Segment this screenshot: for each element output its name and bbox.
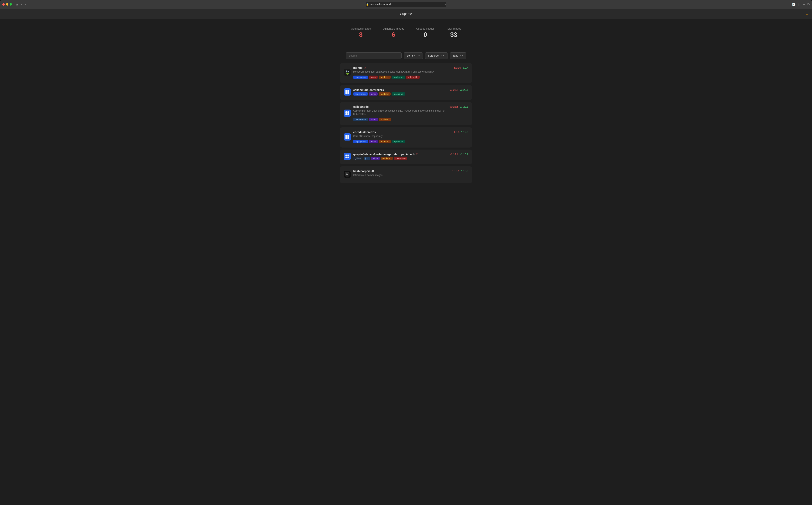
card-header: calico/kube-controllers deploymentminoro… (344, 89, 468, 96)
tag-minor[interactable]: minor (369, 93, 378, 96)
vulnerability-icon: 🛡 (416, 153, 419, 156)
tags-label: Tags (453, 54, 458, 57)
browser-controls: ⊟ ‹ › (15, 2, 27, 6)
svg-rect-1 (347, 90, 349, 92)
card-header: calico/node Calico's per-host DaemonSet … (344, 105, 468, 121)
tag-outdated[interactable]: outdated (379, 118, 391, 121)
tags-row: deploymentminoroutdatedreplica set (353, 140, 451, 143)
image-icon (344, 110, 351, 117)
svg-rect-10 (345, 137, 347, 139)
list-item[interactable]: 🍃 mongo ⚠ MongoDB document databases pro… (340, 63, 472, 83)
sort-order-chevron-icon: ▲▼ (441, 54, 445, 57)
app-toolbar: Cupdate ⌁ (0, 9, 812, 19)
svg-rect-12 (345, 155, 347, 156)
svg-rect-14 (345, 157, 347, 158)
close-button[interactable] (2, 3, 5, 6)
reload-icon[interactable]: ↻ (444, 3, 446, 6)
sidebar-toggle-button[interactable]: ⊟ (15, 2, 19, 6)
stat-vulnerable-value: 6 (383, 31, 404, 38)
stat-outdated-images: Outdated images 8 (351, 27, 371, 38)
version-new: v1.16.2 (460, 153, 468, 156)
version-new: v3.29.1 (460, 105, 468, 108)
traffic-lights (2, 3, 12, 6)
tag-deployment[interactable]: deployment (353, 140, 368, 143)
image-icon (344, 153, 351, 160)
tag-minor[interactable]: minor (371, 157, 380, 160)
browser-right-buttons: 🕐 ⬆ ＋ ⧉ (792, 2, 810, 7)
fullscreen-button[interactable] (10, 3, 12, 6)
stat-queued-images: Queued images 0 (416, 27, 435, 38)
url-text: cupdate.home.local (370, 3, 391, 6)
sort-by-dropdown[interactable]: Sort by ▲▼ (403, 52, 423, 59)
tag-replica-set[interactable]: replica set (392, 75, 405, 79)
address-bar[interactable]: 🔒 cupdate.home.local ↻ (366, 2, 446, 7)
version-badge: v3.23.5 v3.29.1 (450, 105, 468, 108)
svg-rect-7 (347, 113, 349, 115)
images-list: 🍃 mongo ⚠ MongoDB document databases pro… (336, 63, 476, 183)
forward-button[interactable]: › (24, 2, 27, 6)
tags-row: daemon setminoroutdated (353, 118, 447, 121)
tag-outdated[interactable]: outdated (381, 157, 392, 160)
list-item[interactable]: H hashicorp/vault Official vault docker … (340, 166, 472, 183)
back-button[interactable]: ‹ (20, 2, 23, 6)
svg-rect-0 (345, 90, 347, 92)
tag-job[interactable]: job (364, 157, 370, 160)
history-icon[interactable]: 🕐 (792, 3, 796, 6)
rss-icon[interactable]: ⌁ (806, 12, 808, 16)
svg-rect-3 (347, 92, 349, 94)
stat-vulnerable-images: Vulnerable images 6 (383, 27, 404, 38)
version-old: 1.18.1 (452, 170, 460, 173)
tag-outdated[interactable]: outdated (379, 140, 390, 143)
search-input[interactable] (346, 52, 401, 59)
image-name: mongo (353, 66, 363, 69)
card-header: H hashicorp/vault Official vault docker … (344, 170, 468, 179)
tag-outdated[interactable]: outdated (379, 75, 390, 79)
card-info: calico/node Calico's per-host DaemonSet … (353, 105, 447, 121)
new-tab-icon[interactable]: ＋ (802, 2, 805, 7)
list-item[interactable]: coredns/coredns CoreDNS docker repositor… (340, 127, 472, 148)
tag-minor[interactable]: minor (369, 118, 378, 121)
tag-github[interactable]: github (353, 157, 362, 160)
tags-chevron-icon: ▲▼ (459, 54, 463, 57)
version-badge: 1.9.3 1.12.0 (454, 131, 468, 134)
tags-dropdown[interactable]: Tags ▲▼ (450, 52, 466, 59)
tag-vulnerable[interactable]: vulnerable (394, 157, 407, 160)
version-old: 1.9.3 (454, 131, 460, 134)
image-description: Calico's per-host DaemonSet container im… (353, 109, 447, 116)
list-item[interactable]: calico/node Calico's per-host DaemonSet … (340, 102, 472, 126)
separator (316, 48, 496, 48)
card-info: calico/kube-controllers deploymentminoro… (353, 89, 447, 96)
version-new: 1.18.3 (461, 170, 468, 173)
card-name-row: coredns/coredns (353, 131, 451, 134)
version-badge: v3.23.6 v3.29.1 (450, 89, 468, 92)
tag-minor[interactable]: minor (369, 140, 378, 143)
tag-major[interactable]: major (369, 75, 378, 79)
card-header: quay.io/jetstack/cert-manager-startupapi… (344, 153, 468, 160)
list-item[interactable]: quay.io/jetstack/cert-manager-startupapi… (340, 150, 472, 164)
card-name-row: calico/kube-controllers (353, 89, 447, 92)
tag-outdated[interactable]: outdated (379, 93, 390, 96)
main-content: Outdated images 8 Vulnerable images 6 Qu… (0, 19, 812, 505)
tag-deployment[interactable]: deployment (353, 75, 368, 79)
share-icon[interactable]: ⬆ (798, 3, 800, 6)
tags-row: deploymentmajoroutdatedreplica setvulner… (353, 75, 451, 79)
tag-daemon-set[interactable]: daemon set (353, 118, 368, 121)
card-name-row: mongo ⚠ (353, 66, 451, 69)
version-new: 8.0.4 (463, 66, 468, 69)
tag-replica-set[interactable]: replica set (392, 140, 405, 143)
sort-by-label: Sort by (407, 54, 415, 57)
svg-rect-15 (347, 157, 349, 158)
image-description: MongoDB document databases provide high … (353, 70, 451, 73)
tag-replica-set[interactable]: replica set (392, 93, 405, 96)
tabs-icon[interactable]: ⧉ (807, 3, 810, 6)
stat-total-images: Total images 33 (447, 27, 461, 38)
image-name: coredns/coredns (353, 131, 376, 134)
sort-order-dropdown[interactable]: Sort order ▲▼ (425, 52, 448, 59)
list-item[interactable]: calico/kube-controllers deploymentminoro… (340, 85, 472, 100)
tag-vulnerable[interactable]: vulnerable (406, 75, 420, 79)
card-info: hashicorp/vault Official vault docker im… (353, 170, 450, 179)
tags-row: deploymentminoroutdatedreplica set (353, 93, 447, 96)
card-info: mongo ⚠ MongoDB document databases provi… (353, 66, 451, 79)
minimize-button[interactable] (6, 3, 8, 6)
tag-deployment[interactable]: deployment (353, 93, 368, 96)
